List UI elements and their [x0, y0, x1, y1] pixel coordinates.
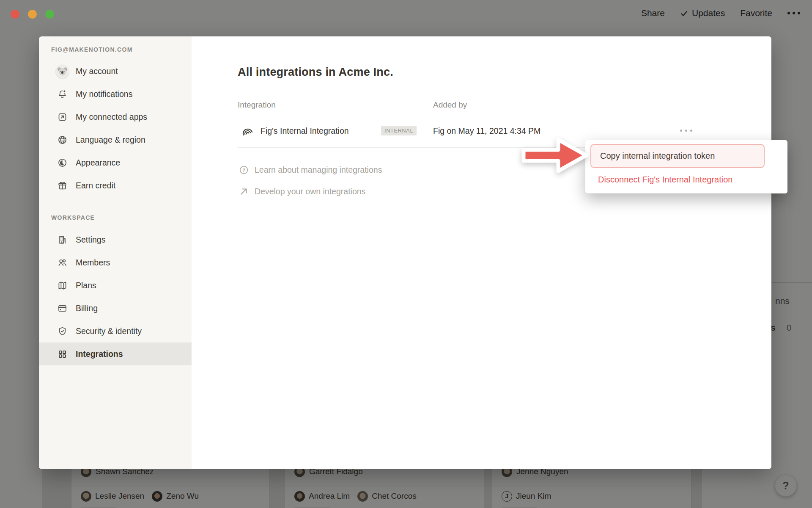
close-window-icon[interactable]: [11, 10, 19, 19]
window-controls: [11, 10, 54, 19]
map-icon: [55, 278, 69, 293]
sidebar-item-my-connected-apps[interactable]: My connected apps: [39, 105, 192, 128]
sidebar-item-security-identity[interactable]: Security & identity: [39, 320, 192, 342]
sidebar-item-my-account[interactable]: My account: [39, 60, 192, 83]
integration-logo-icon: [240, 124, 254, 138]
column-header-added-by: Added by: [433, 97, 467, 113]
screen: Share Updates Favorite nns s0 Shawn Sanc…: [0, 0, 812, 508]
integration-context-menu: Copy internal integration token Disconne…: [585, 140, 787, 193]
sidebar-item-label: Members: [76, 258, 110, 268]
sidebar-item-label: My notifications: [76, 89, 132, 99]
account-email-label: FIG@MAKENOTION.COM: [51, 46, 133, 53]
sidebar-item-earn-credit[interactable]: Earn credit: [39, 174, 192, 197]
column-header-integration: Integration: [238, 97, 276, 113]
grid-icon: [55, 347, 69, 361]
settings-dialog: FIG@MAKENOTION.COM My account My notific…: [39, 36, 771, 469]
sidebar-item-members[interactable]: Members: [39, 251, 192, 274]
building-icon: [55, 232, 69, 247]
tutorial-arrow-icon: [518, 135, 590, 176]
table-header: Integration Added by: [238, 97, 727, 113]
moon-icon: [55, 155, 69, 170]
internal-badge: INTERNAL: [381, 126, 417, 135]
sidebar-item-language-region[interactable]: Language & region: [39, 128, 192, 151]
sidebar-item-label: My connected apps: [76, 112, 147, 122]
sidebar-item-integrations[interactable]: Integrations: [39, 342, 192, 365]
user-avatar-icon: [55, 64, 69, 78]
sidebar-item-label: Appearance: [76, 158, 120, 168]
shield-check-icon: [55, 324, 69, 338]
credit-card-icon: [55, 301, 69, 315]
sidebar-item-billing[interactable]: Billing: [39, 297, 192, 320]
svg-text:?: ?: [242, 167, 245, 172]
help-circle-icon: ?: [239, 165, 249, 175]
zoom-window-icon[interactable]: [45, 10, 54, 19]
bell-icon: [55, 87, 69, 101]
row-more-options-icon[interactable]: [678, 127, 695, 134]
workspace-section-label: WORKSPACE: [51, 214, 192, 221]
sidebar-item-label: Plans: [76, 281, 96, 290]
settings-sidebar: FIG@MAKENOTION.COM My account My notific…: [39, 36, 192, 469]
sidebar-item-label: Billing: [76, 304, 98, 313]
copy-token-menu-item[interactable]: Copy internal integration token: [600, 144, 715, 168]
sidebar-item-my-notifications[interactable]: My notifications: [39, 83, 192, 105]
integration-name: Fig's Internal Integration: [261, 114, 349, 147]
gift-icon: [55, 178, 69, 193]
members-icon: [55, 255, 69, 270]
connected-apps-icon: [55, 110, 69, 124]
sidebar-item-label: Settings: [76, 235, 105, 245]
sidebar-item-plans[interactable]: Plans: [39, 274, 192, 297]
sidebar-item-label: Security & identity: [76, 326, 142, 336]
integrations-panel: All integrations in Acme Inc. Integratio…: [192, 36, 771, 469]
sidebar-item-label: Earn credit: [76, 181, 115, 190]
sidebar-menu: My account My notifications My connected…: [39, 60, 192, 365]
sidebar-item-label: My account: [76, 66, 118, 76]
sidebar-item-settings[interactable]: Settings: [39, 228, 192, 251]
disconnect-menu-item[interactable]: Disconnect Fig's Internal Integration: [598, 173, 732, 189]
globe-icon: [55, 133, 69, 147]
minimize-window-icon[interactable]: [28, 10, 37, 19]
page-title: All integrations in Acme Inc.: [238, 66, 393, 79]
arrow-up-right-icon: [239, 186, 249, 197]
sidebar-item-appearance[interactable]: Appearance: [39, 151, 192, 174]
sidebar-item-label: Language & region: [76, 135, 145, 145]
table-divider: [238, 95, 727, 95]
sidebar-item-label: Integrations: [76, 349, 123, 359]
